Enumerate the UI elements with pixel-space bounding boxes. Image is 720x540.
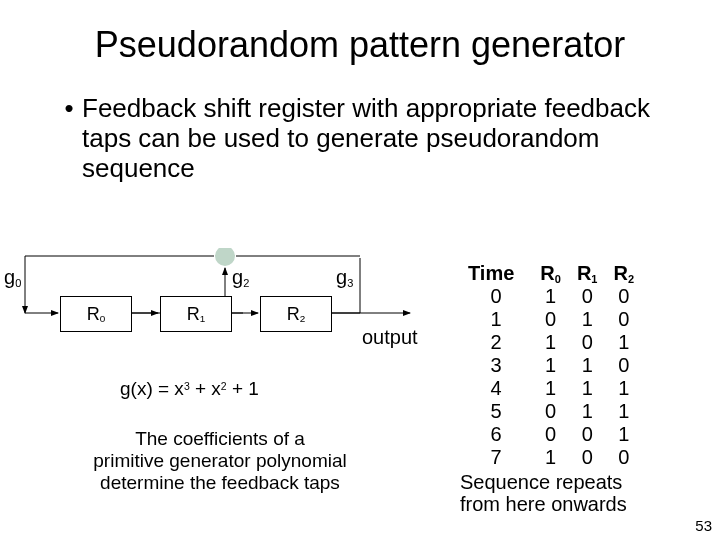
lfsr-diagram: g0 g2 g3 R0 R1 R2 output g(x) = x3 + x2 … (0, 248, 440, 528)
cell-time: 1 (460, 308, 532, 331)
tap-g2-label: g2 (232, 266, 249, 289)
cell-reg: 1 (532, 285, 569, 308)
cell-time: 2 (460, 331, 532, 354)
cell-reg: 0 (569, 331, 606, 354)
cell-reg: 0 (605, 446, 642, 469)
cell-reg: 1 (605, 423, 642, 446)
cell-reg: 0 (605, 308, 642, 331)
col-r2: R2 (605, 262, 642, 285)
cell-reg: 0 (605, 354, 642, 377)
cell-reg: 1 (569, 308, 606, 331)
svg-point-0 (215, 248, 235, 266)
table-row: 3110 (460, 354, 642, 377)
cell-time: 4 (460, 377, 532, 400)
bullet-text: Feedback shift register with appropriate… (82, 94, 660, 184)
sequence-table: Time R0 R1 R2 01001010210131104111501160… (460, 262, 710, 515)
cell-reg: 1 (532, 354, 569, 377)
col-r0: R0 (532, 262, 569, 285)
repeat-note: Sequence repeats from here onwards (460, 471, 710, 515)
cell-reg: 1 (569, 400, 606, 423)
cell-reg: 1 (569, 354, 606, 377)
cell-time: 5 (460, 400, 532, 423)
table-row: 5011 (460, 400, 642, 423)
tap-g0-label: g0 (4, 266, 21, 289)
cell-reg: 0 (532, 423, 569, 446)
cell-reg: 1 (605, 377, 642, 400)
cell-reg: 0 (569, 446, 606, 469)
cell-reg: 0 (532, 400, 569, 423)
cell-time: 6 (460, 423, 532, 446)
table-row: 4111 (460, 377, 642, 400)
cell-reg: 1 (569, 377, 606, 400)
register-r0: R0 (60, 296, 132, 332)
cell-reg: 1 (532, 377, 569, 400)
table-row: 0100 (460, 285, 642, 308)
table-row: 1010 (460, 308, 642, 331)
cell-reg: 1 (532, 446, 569, 469)
cell-time: 3 (460, 354, 532, 377)
register-r2: R2 (260, 296, 332, 332)
register-r1: R1 (160, 296, 232, 332)
cell-reg: 1 (532, 331, 569, 354)
col-time: Time (460, 262, 532, 285)
cell-time: 0 (460, 285, 532, 308)
table-row: 2101 (460, 331, 642, 354)
table-row: 7100 (460, 446, 642, 469)
table-row: 6001 (460, 423, 642, 446)
cell-reg: 1 (605, 331, 642, 354)
output-label: output (362, 326, 418, 349)
diagram-caption: The coefficients of a primitive generato… (70, 428, 370, 494)
bullet-block: • Feedback shift register with appropria… (56, 94, 660, 184)
cell-reg: 0 (569, 285, 606, 308)
page-number: 53 (695, 517, 712, 534)
col-r1: R1 (569, 262, 606, 285)
cell-reg: 1 (605, 400, 642, 423)
generator-polynomial: g(x) = x3 + x2 + 1 (120, 378, 259, 400)
page-title: Pseudorandom pattern generator (0, 24, 720, 66)
table-header-row: Time R0 R1 R2 (460, 262, 642, 285)
cell-time: 7 (460, 446, 532, 469)
tap-g3-label: g3 (336, 266, 353, 289)
cell-reg: 0 (569, 423, 606, 446)
cell-reg: 0 (605, 285, 642, 308)
bullet-dot: • (56, 94, 82, 124)
cell-reg: 0 (532, 308, 569, 331)
